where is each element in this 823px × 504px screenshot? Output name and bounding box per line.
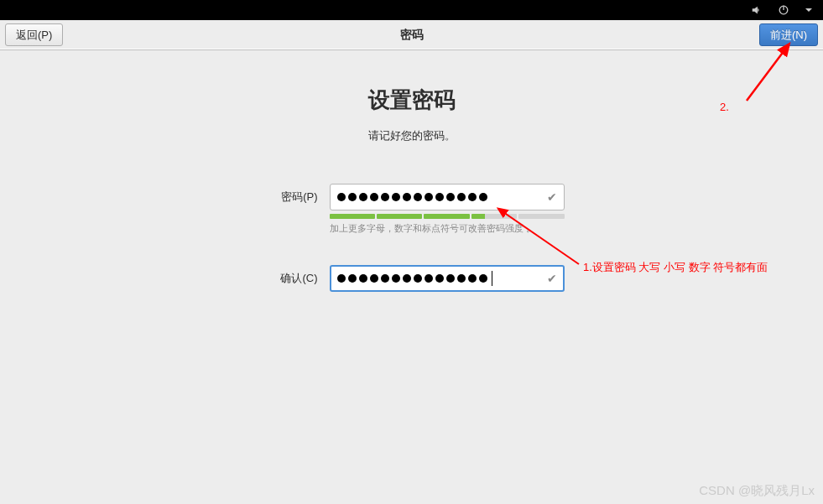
confirm-dots [337,271,547,286]
header-toolbar: 返回(P) 密码 前进(N) [0,20,823,50]
strength-seg [424,214,469,219]
check-icon: ✔ [547,190,557,204]
confirm-row: 确认(C) ✔ [259,265,565,292]
strength-seg [471,214,517,219]
confirm-label: 确认(C) [259,271,318,286]
password-dots [337,193,547,201]
forward-button[interactable]: 前进(N) [759,23,818,46]
strength-seg [330,214,375,219]
back-button[interactable]: 返回(P) [5,23,63,46]
password-input[interactable]: ✔ [330,184,565,210]
text-cursor [492,271,492,286]
speaker-icon[interactable] [751,4,763,16]
page-title: 密码 [400,28,424,43]
heading: 设置密码 [368,86,456,115]
content-area: 设置密码 请记好您的密码。 密码(P) ✔ 加上更多字母，数字和标点符号可改善密… [0,50,823,295]
strength-hint: 加上更多字母，数字和标点符号可改善密码强度 。 [330,222,565,235]
strength-seg [377,214,422,219]
dropdown-icon[interactable] [805,6,813,14]
power-icon[interactable] [778,4,789,16]
strength-seg [518,214,564,219]
confirm-input[interactable]: ✔ [330,265,565,292]
gnome-top-panel [0,0,823,20]
watermark: CSDN @晓风残月Lx [699,483,815,499]
password-row: 密码(P) ✔ [259,184,565,210]
subheading: 请记好您的密码。 [368,128,456,143]
password-label: 密码(P) [259,190,318,205]
strength-meter [330,214,565,219]
check-icon: ✔ [547,272,557,285]
